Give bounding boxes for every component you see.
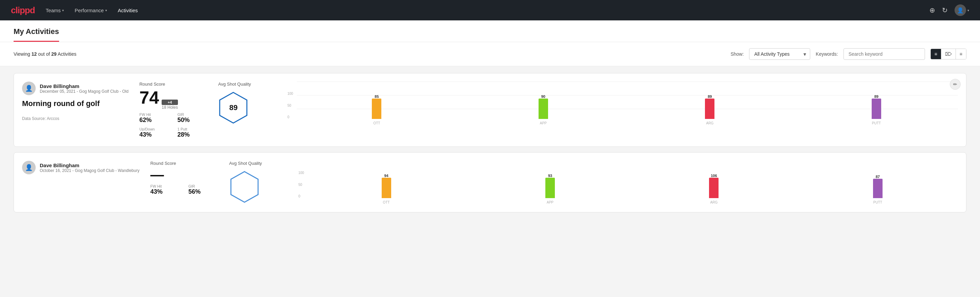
add-icon[interactable]: ⊕ (929, 6, 935, 14)
user-avatar-icon-2: 👤 (25, 164, 33, 171)
card-quality-1: Avg Shot Quality 89 (218, 81, 279, 125)
performance-chevron-icon: ▾ (105, 8, 107, 12)
bar-value-ARG: 89 (708, 94, 712, 99)
bar-xlabel-PUTT: PUTT (872, 121, 881, 125)
card-stats-2: Round Score — FW Hit 43% GIR 56% (150, 161, 218, 204)
bar-value-PUTT: 87 (876, 175, 880, 179)
activity-type-select[interactable]: All Activity Types (749, 48, 810, 60)
nav-right: ⊕ ↻ 👤 ▾ (929, 5, 969, 16)
activity-card-1: 👤 Dave Billingham December 05, 2021 - Go… (14, 73, 966, 147)
updown-value-1: 43% (139, 131, 169, 138)
activity-type-wrapper[interactable]: All Activity Types (749, 48, 810, 60)
bar-xlabel-APP: APP (540, 121, 547, 125)
chart-col-OTT: 85OTT (295, 92, 458, 119)
viewing-total: 29 (51, 51, 57, 57)
quality-section-1: Avg Shot Quality 89 100 50 0 (218, 81, 958, 138)
viewing-count: 12 (32, 51, 37, 57)
nav-performance[interactable]: Performance ▾ (75, 2, 107, 19)
page-title: My Activities (14, 21, 59, 42)
fw-hit-2: FW Hit 43% (150, 184, 180, 195)
list-icon: ≡ (959, 51, 963, 57)
view-dense-list-button[interactable]: ≡ (931, 49, 941, 59)
user-avatar-2: 👤 (22, 161, 36, 174)
oneputt-value-1: 28% (177, 131, 207, 138)
user-name-2: Dave Billingham (40, 163, 140, 168)
bar-chart-2: 100 50 0 94OTT93APP106ARG87PUTT (299, 161, 958, 198)
user-avatar-wrapper[interactable]: 👤 ▾ (955, 5, 969, 16)
bar-xlabel-OTT: OTT (383, 201, 390, 204)
user-avatar-icon-1: 👤 (25, 85, 33, 92)
quality-section-2: Avg Shot Quality 100 50 0 94OTT93A (229, 161, 958, 204)
fw-hit-1: FW Hit 62% (139, 112, 169, 124)
bar-chart-1: 100 50 0 85OTT90APP89ARG89PUTT (287, 81, 958, 119)
user-name-1: Dave Billingham (40, 83, 128, 89)
content: 👤 Dave Billingham December 05, 2021 - Go… (0, 66, 980, 225)
page-header: My Activities (0, 21, 980, 42)
chart-col-PUTT: 89PUTT (795, 92, 958, 119)
viewing-middle: out of (37, 51, 51, 57)
nav-teams[interactable]: Teams ▾ (46, 2, 64, 19)
bar-xlabel-ARG: ARG (706, 121, 713, 125)
score-badge-1: +4 18 Holes (162, 99, 178, 110)
user-info-2: Dave Billingham October 16, 2021 - Gog M… (40, 163, 140, 173)
score-holes-1: 18 Holes (162, 105, 178, 110)
updown-1: Up/Down 43% (139, 127, 169, 138)
user-info-1: Dave Billingham December 05, 2021 - Gog … (40, 83, 128, 94)
data-source-1: Data Source: Arccos (22, 116, 128, 121)
hex-score-1: 89 (229, 103, 237, 112)
svg-marker-1 (231, 172, 258, 202)
avatar[interactable]: 👤 (955, 5, 966, 16)
user-row-2: 👤 Dave Billingham October 16, 2021 - Gog… (22, 161, 140, 174)
card-left-2: 👤 Dave Billingham October 16, 2021 - Gog… (22, 161, 140, 204)
hexagon-2 (229, 170, 260, 204)
keywords-label: Keywords: (816, 51, 838, 57)
score-diff-1: +4 (162, 99, 178, 105)
view-list-button[interactable]: ≡ (956, 49, 966, 59)
bar-APP (539, 99, 548, 119)
edit-button-1[interactable]: ✏ (950, 79, 961, 90)
avatar-chevron-icon: ▾ (967, 8, 969, 12)
stat-grid-1: FW Hit 62% GIR 50% Up/Down 43% 1 Putt 28… (139, 112, 207, 138)
refresh-icon[interactable]: ↻ (942, 6, 948, 14)
chart-col-APP: 93APP (470, 171, 630, 198)
fw-hit-value-1: 62% (139, 117, 169, 124)
card-quality-2: Avg Shot Quality (229, 161, 290, 204)
view-grid-button[interactable]: ⌦ (941, 49, 956, 59)
hexagon-1: 89 (218, 91, 248, 125)
user-avatar-1: 👤 (22, 81, 36, 95)
bar-ARG (709, 178, 719, 198)
show-label: Show: (730, 51, 744, 57)
score-big-2: — (150, 168, 218, 182)
bar-value-OTT: 94 (384, 174, 388, 178)
filter-bar: Viewing 12 out of 29 Activities Show: Al… (0, 42, 980, 66)
gir-value-1: 50% (177, 117, 207, 124)
bar-value-APP: 93 (548, 174, 552, 178)
bar-value-ARG: 106 (711, 174, 717, 178)
bar-PUTT (872, 99, 881, 119)
fw-hit-label-1: FW Hit (139, 112, 169, 117)
y-labels-1: 100 50 0 (287, 92, 293, 119)
gir-label-1: GIR (177, 112, 207, 117)
gir-1: GIR 50% (177, 112, 207, 124)
user-date-1: December 05, 2021 - Gog Magog Golf Club … (40, 89, 128, 94)
navbar: clippd Teams ▾ Performance ▾ Activities … (0, 0, 980, 21)
updown-label-1: Up/Down (139, 127, 169, 131)
user-date-2: October 16, 2021 - Gog Magog Golf Club -… (40, 168, 140, 173)
activity-title-1: Morning round of golf (22, 99, 128, 108)
bar-value-PUTT: 89 (874, 94, 878, 99)
user-row-1: 👤 Dave Billingham December 05, 2021 - Go… (22, 81, 128, 95)
search-input[interactable] (843, 48, 925, 60)
round-score-label-2: Round Score (150, 161, 218, 166)
oneputt-1: 1 Putt 28% (177, 127, 207, 138)
card-stats-1: Round Score 74 +4 18 Holes FW Hit 62% GI… (139, 81, 207, 138)
fw-hit-value-2: 43% (150, 188, 180, 195)
bar-PUTT (873, 179, 883, 198)
chart-col-ARG: 89ARG (628, 92, 791, 119)
chart-col-APP: 90APP (462, 92, 625, 119)
hex-svg-2 (229, 170, 260, 204)
card-left-1: 👤 Dave Billingham December 05, 2021 - Go… (22, 81, 128, 138)
bar-xlabel-ARG: ARG (710, 201, 718, 204)
teams-chevron-icon: ▾ (62, 8, 64, 12)
nav-activities[interactable]: Activities (118, 2, 138, 19)
logo[interactable]: clippd (11, 5, 35, 16)
